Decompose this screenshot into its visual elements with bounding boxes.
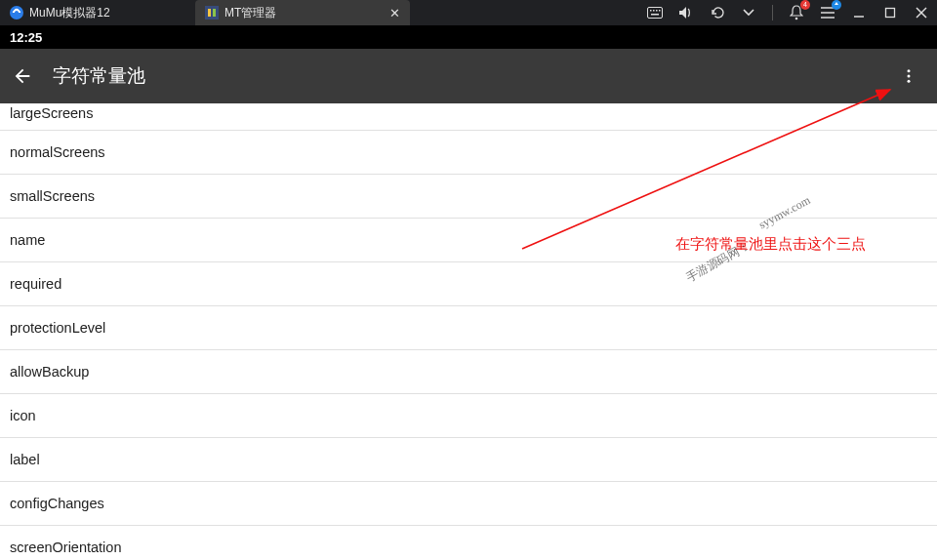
chevron-down-icon[interactable]: [741, 5, 756, 20]
list-item[interactable]: protectionLevel: [0, 306, 937, 350]
list-item-label: smallScreens: [10, 188, 95, 204]
more-vert-icon[interactable]: [892, 60, 925, 93]
android-status-bar: 12:25: [0, 25, 937, 49]
tab-close-icon[interactable]: ✕: [389, 6, 400, 20]
mt-manager-icon: [205, 6, 219, 20]
svg-point-8: [795, 18, 798, 20]
list-item[interactable]: configChanges: [0, 482, 937, 526]
menu-lines-icon[interactable]: [820, 5, 835, 20]
emulator-tab-active[interactable]: MT管理器 ✕: [195, 0, 410, 25]
svg-rect-4: [653, 10, 655, 12]
list-item[interactable]: normalScreens: [0, 131, 937, 175]
menu-badge: [832, 0, 841, 10]
emulator-tab-active-label: MT管理器: [224, 5, 276, 21]
svg-rect-13: [886, 9, 895, 18]
keyboard-icon[interactable]: [647, 5, 663, 20]
list-item[interactable]: name: [0, 219, 937, 262]
list-item-label: label: [10, 452, 40, 467]
svg-rect-1: [213, 9, 216, 17]
emulator-tab-inactive-label: MuMu模拟器12: [29, 5, 110, 21]
volume-icon[interactable]: [678, 5, 694, 20]
bell-badge: 4: [800, 0, 810, 10]
list-item-label: screenOrientation: [10, 540, 121, 555]
string-list[interactable]: largeScreens normalScreens smallScreens …: [0, 103, 937, 560]
svg-point-17: [908, 75, 911, 78]
list-item[interactable]: smallScreens: [0, 175, 937, 219]
svg-rect-3: [650, 10, 652, 12]
window-minimize-icon[interactable]: [851, 5, 867, 20]
svg-point-16: [908, 69, 911, 72]
svg-point-18: [908, 80, 911, 83]
page-title: 字符常量池: [53, 63, 145, 89]
app-bar: 字符常量池: [0, 49, 937, 103]
list-item[interactable]: screenOrientation: [0, 526, 937, 560]
list-item-label: icon: [10, 408, 36, 423]
emulator-tab-inactive[interactable]: MuMu模拟器12: [0, 0, 195, 25]
undo-icon[interactable]: [710, 5, 725, 20]
svg-rect-0: [208, 9, 211, 17]
list-item-label: required: [10, 276, 61, 292]
list-item[interactable]: label: [0, 438, 937, 482]
svg-rect-6: [659, 10, 661, 12]
bell-icon[interactable]: 4: [789, 5, 804, 20]
list-item[interactable]: icon: [0, 394, 937, 438]
emulator-titlebar: MuMu模拟器12 MT管理器 ✕ 4: [0, 0, 937, 25]
svg-rect-2: [648, 8, 663, 19]
list-item-label: configChanges: [10, 496, 104, 511]
list-item-label: largeScreens: [10, 105, 93, 121]
separator: [772, 5, 773, 20]
list-item[interactable]: allowBackup: [0, 350, 937, 394]
list-item[interactable]: required: [0, 262, 937, 306]
list-item[interactable]: largeScreens: [0, 103, 937, 131]
window-close-icon[interactable]: [914, 5, 929, 20]
list-item-label: allowBackup: [10, 364, 89, 380]
back-arrow-icon[interactable]: [12, 65, 33, 87]
list-item-label: normalScreens: [10, 144, 105, 160]
mumu-logo-icon: [10, 6, 23, 20]
svg-rect-5: [656, 10, 658, 12]
svg-rect-7: [651, 14, 659, 16]
window-maximize-icon[interactable]: [882, 5, 898, 20]
list-item-label: protectionLevel: [10, 320, 105, 336]
status-time: 12:25: [10, 30, 42, 45]
list-item-label: name: [10, 232, 45, 248]
emulator-window-controls: 4: [647, 0, 929, 25]
